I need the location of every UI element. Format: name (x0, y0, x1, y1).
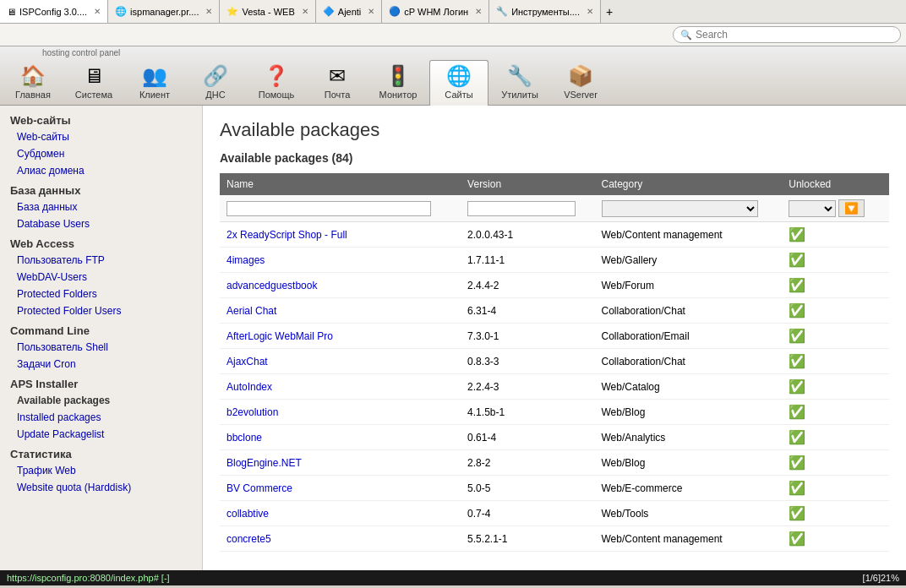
sidebar-item-protected-folders[interactable]: Protected Folders (0, 286, 202, 302)
tab-vesta[interactable]: ⭐ Vesta - WEB ✕ (220, 0, 315, 24)
sidebar-item-update-packagelist[interactable]: Update Packagelist (0, 426, 202, 443)
tab-favicon-5: 🔵 (389, 6, 401, 17)
mail-icon: ✉ (329, 64, 346, 88)
top-nav: hosting control panel 🏠 Главная 🖥 Систем… (0, 46, 906, 106)
nav-sites[interactable]: 🌐 Сайты (429, 60, 488, 106)
status-pagination: [1/6]21% (863, 573, 899, 583)
table-row: AutoIndex2.2.4-3Web/Catalog✅ (220, 374, 889, 400)
nav-system[interactable]: 🖥 Система (64, 61, 123, 105)
utils-icon: 🔧 (507, 64, 532, 88)
package-version: 0.7-4 (461, 501, 594, 526)
package-category: Web/Blog (595, 450, 783, 476)
nav-vserver[interactable]: 📦 VServer (551, 61, 610, 105)
package-name-link[interactable]: advancedguestbook (226, 280, 317, 291)
sidebar-section-webaccess: Web Access (0, 232, 202, 252)
unlocked-check-icon: ✅ (789, 278, 805, 292)
nav-client-label: Клиент (139, 90, 170, 100)
nav-home[interactable]: 🏠 Главная (3, 61, 63, 105)
search-box[interactable]: 🔍 (673, 26, 901, 43)
sidebar-item-websites[interactable]: Web-сайты (0, 128, 202, 145)
table-row: AfterLogic WebMail Pro7.3.0-1Collaborati… (220, 324, 889, 349)
nav-utils[interactable]: 🔧 Утилиты (490, 61, 549, 105)
package-version: 6.31-4 (461, 298, 594, 324)
unlocked-check-icon: ✅ (789, 405, 805, 419)
tab-favicon-2: 🌐 (115, 6, 127, 17)
package-name-link[interactable]: AjaxChat (226, 356, 268, 368)
sidebar-item-webdav-users[interactable]: WebDAV-Users (0, 269, 202, 286)
sidebar-item-domain-alias[interactable]: Алиас домена (0, 162, 202, 179)
nav-mail-label: Почта (325, 90, 351, 100)
package-category: Web/Gallery (595, 248, 783, 273)
package-name-link[interactable]: b2evolution (226, 406, 278, 418)
sidebar-item-cron-jobs[interactable]: Задачи Cron (0, 356, 202, 373)
unlocked-check-icon: ✅ (789, 430, 805, 444)
unlocked-check-icon: ✅ (789, 329, 805, 343)
sidebar-item-installed-packages[interactable]: Installed packages (0, 409, 202, 426)
sidebar-item-protected-folder-users[interactable]: Protected Folder Users (0, 302, 202, 319)
nav-utils-label: Утилиты (501, 90, 538, 100)
package-category: Web/E-commerce (595, 476, 783, 501)
packages-table: Name Version Category Unlocked (220, 173, 889, 552)
nav-vserver-label: VServer (564, 90, 598, 100)
package-version: 2.0.0.43-1 (461, 222, 594, 248)
sidebar-item-database[interactable]: База данных (0, 199, 202, 215)
tab-close-1[interactable]: ✕ (94, 7, 101, 16)
package-name-link[interactable]: Aerial Chat (226, 305, 276, 317)
tab-close-6[interactable]: ✕ (587, 7, 593, 16)
new-tab-button[interactable]: + (601, 5, 618, 19)
tab-close-3[interactable]: ✕ (302, 7, 308, 16)
tab-ajenti[interactable]: 🔷 Ajenti ✕ (316, 0, 383, 24)
nav-help[interactable]: ❓ Помощь (247, 61, 306, 105)
table-row: concrete55.5.2.1-1Web/Content management… (220, 526, 889, 552)
tab-whm[interactable]: 🔵 cP WHM Логин ✕ (382, 0, 489, 24)
sidebar-section-aps: APS Installer (0, 373, 202, 392)
package-name-link[interactable]: 2x ReadyScript Shop - Full (226, 229, 347, 241)
filter-name-input[interactable] (226, 201, 431, 216)
col-name: Name (220, 173, 461, 195)
nav-client[interactable]: 👥 Клиент (125, 61, 184, 105)
tab-ispconfig[interactable]: 🖥 ISPConfig 3.0.... ✕ (0, 0, 108, 24)
package-name-link[interactable]: 4images (226, 254, 265, 266)
package-name-link[interactable]: BV Commerce (226, 482, 292, 494)
client-icon: 👥 (142, 64, 167, 88)
sidebar-item-web-traffic[interactable]: Трафик Web (0, 462, 202, 479)
unlocked-check-icon: ✅ (789, 531, 805, 546)
package-name-link[interactable]: bbclone (226, 432, 262, 444)
tab-favicon-3: ⭐ (226, 6, 238, 17)
filter-version-input[interactable] (467, 201, 576, 216)
nav-dns[interactable]: 🔗 ДНС (186, 61, 245, 105)
search-input[interactable] (696, 29, 893, 41)
sidebar-item-available-packages[interactable]: Available packages (0, 392, 202, 409)
tab-tools[interactable]: 🔧 Инструменты.... ✕ (489, 0, 601, 24)
sidebar-item-subdomain[interactable]: Субдомен (0, 145, 202, 162)
tab-ispmanager[interactable]: 🌐 ispmanager.pr.... ✕ (108, 0, 220, 24)
nav-mail[interactable]: ✉ Почта (308, 61, 367, 105)
tab-close-4[interactable]: ✕ (368, 7, 374, 16)
package-name-link[interactable]: AutoIndex (226, 381, 272, 393)
status-bar: https://ispconfig.pro:8080/index.php# [-… (0, 570, 906, 585)
table-row: BlogEngine.NET2.8-2Web/Blog✅ (220, 450, 889, 476)
tab-favicon-4: 🔷 (323, 6, 335, 17)
sidebar-item-website-quota[interactable]: Website quota (Harddisk) (0, 479, 202, 496)
package-version: 4.1.5b-1 (461, 400, 594, 425)
filter-button[interactable]: 🔽 (838, 199, 865, 217)
col-version: Version (461, 173, 594, 195)
package-category: Web/Blog (595, 400, 783, 425)
tab-close-5[interactable]: ✕ (475, 7, 482, 16)
package-name-link[interactable]: collabtive (226, 508, 269, 520)
package-name-link[interactable]: BlogEngine.NET (226, 457, 302, 469)
tab-close-2[interactable]: ✕ (205, 7, 212, 16)
sidebar-item-ftp-user[interactable]: Пользователь FTP (0, 252, 202, 269)
package-category: Web/Catalog (595, 374, 783, 400)
filter-category-select[interactable] (602, 200, 758, 217)
filter-unlocked-select[interactable] (789, 200, 835, 217)
sidebar-item-shell-user[interactable]: Пользователь Shell (0, 339, 202, 356)
sidebar: Web-сайты Web-сайты Субдомен Алиас домен… (0, 106, 203, 570)
tab-label-3: Vesta - WEB (242, 7, 294, 17)
sidebar-item-database-users[interactable]: Database Users (0, 215, 202, 232)
tab-label-6: Инструменты.... (511, 7, 580, 17)
package-name-link[interactable]: concrete5 (226, 533, 271, 545)
nav-monitor[interactable]: 🚦 Монитор (368, 61, 428, 105)
package-name-link[interactable]: AfterLogic WebMail Pro (226, 330, 333, 342)
unlocked-check-icon: ✅ (789, 354, 805, 368)
